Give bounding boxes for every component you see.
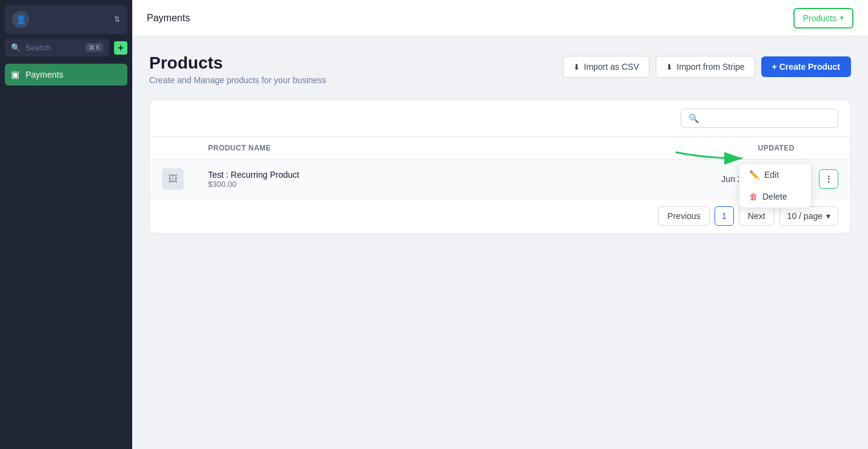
- products-dropdown[interactable]: Products ▾: [793, 8, 853, 29]
- create-product-label: + Create Product: [772, 62, 840, 72]
- topbar-right: Products ▾: [793, 8, 853, 29]
- products-table: Product Name Updated 🖼: [150, 137, 850, 198]
- product-img-cell: 🖼: [150, 160, 196, 199]
- search-label: Search: [25, 43, 81, 52]
- main-content: Payments Products ▾ Products Create and …: [132, 0, 868, 449]
- products-dropdown-label: Products: [803, 13, 836, 23]
- delete-label: Delete: [762, 192, 787, 201]
- page-actions: ⬇ Import as CSV ⬇ Import from Stripe + C…: [563, 56, 852, 78]
- search-kbd: ⌘ K: [86, 43, 103, 52]
- sidebar-item-label: Payments: [25, 70, 63, 79]
- import-csv-button[interactable]: ⬇ Import as CSV: [563, 56, 650, 78]
- sidebar: 👤 ⇅ 🔍 Search ⌘ K + ▣ Payments: [0, 0, 132, 449]
- create-product-button[interactable]: + Create Product: [761, 56, 851, 77]
- previous-button[interactable]: Previous: [658, 206, 709, 226]
- search-icon: 🔍: [11, 43, 21, 52]
- col-header-actions: [807, 137, 850, 160]
- next-button[interactable]: Next: [739, 206, 775, 226]
- table-head: Product Name Updated: [150, 137, 850, 160]
- col-header-name: [150, 137, 196, 160]
- table-search-icon: 🔍: [688, 113, 699, 123]
- import-stripe-label: Import from Stripe: [677, 62, 745, 72]
- ellipsis-icon: ⋮: [824, 174, 833, 184]
- product-name-cell: Test : Recurring Product $300.00: [196, 160, 527, 199]
- row-action-button[interactable]: ⋮: [819, 169, 838, 189]
- context-menu-edit[interactable]: ✏️ Edit: [739, 164, 811, 186]
- page-subtitle: Create and Manage products for your busi…: [149, 75, 326, 85]
- add-button[interactable]: +: [114, 41, 127, 55]
- user-icon: 👤: [16, 15, 26, 24]
- topbar: Payments Products ▾: [132, 0, 868, 36]
- topbar-title: Payments: [147, 13, 190, 24]
- product-name: Test : Recurring Product: [208, 170, 299, 180]
- current-page[interactable]: 1: [715, 206, 734, 226]
- page-header: Products Create and Manage products for …: [149, 53, 851, 85]
- user-chevron-icon: ⇅: [114, 15, 120, 24]
- page-title: Products: [149, 53, 326, 73]
- table-search-wrap[interactable]: 🔍: [681, 109, 838, 128]
- import-stripe-button[interactable]: ⬇ Import from Stripe: [656, 56, 755, 78]
- table-row: 🖼 Test : Recurring Product $300.00: [150, 160, 850, 199]
- user-info: 👤: [12, 11, 29, 28]
- context-menu-delete[interactable]: 🗑 Delete: [739, 186, 811, 208]
- context-menu: ✏️ Edit 🗑 Delete: [739, 163, 812, 208]
- products-table-card: 🔍 Product Name Updated: [149, 100, 851, 234]
- table-search-input[interactable]: [704, 113, 830, 123]
- download-stripe-icon: ⬇: [666, 62, 673, 72]
- download-icon: ⬇: [573, 62, 580, 72]
- action-cell: ⋮ ✏️ Edit 🗑: [807, 160, 850, 199]
- user-avatar: 👤: [12, 11, 29, 28]
- page-content: Products Create and Manage products for …: [132, 36, 868, 449]
- search-input-area[interactable]: 🔍 Search ⌘ K: [5, 39, 109, 56]
- per-page-selector[interactable]: 10 / page ▾: [779, 206, 838, 226]
- sidebar-item-payments[interactable]: ▣ Payments: [5, 64, 127, 86]
- per-page-chevron-icon: ▾: [826, 211, 830, 221]
- page-header-left: Products Create and Manage products for …: [149, 53, 326, 85]
- col-header-updated: Updated: [527, 137, 807, 160]
- image-icon: 🖼: [168, 174, 178, 184]
- per-page-label: 10 / page: [787, 211, 823, 221]
- product-cell: Test : Recurring Product $300.00: [208, 170, 515, 189]
- sidebar-nav: ▣ Payments: [0, 61, 132, 449]
- products-chevron-icon: ▾: [840, 14, 844, 22]
- col-header-product: Product Name: [196, 137, 527, 160]
- product-image: 🖼: [162, 168, 184, 190]
- user-menu[interactable]: 👤 ⇅: [5, 5, 127, 34]
- edit-icon: ✏️: [749, 170, 759, 180]
- import-csv-label: Import as CSV: [584, 62, 639, 72]
- edit-label: Edit: [764, 170, 779, 180]
- payments-icon: ▣: [11, 69, 19, 80]
- table-toolbar: 🔍: [150, 100, 850, 137]
- product-info: Test : Recurring Product $300.00: [208, 170, 299, 189]
- table-body: 🖼 Test : Recurring Product $300.00: [150, 160, 850, 199]
- product-price: $300.00: [208, 180, 299, 189]
- table-header-row: Product Name Updated: [150, 137, 850, 160]
- trash-icon: 🗑: [749, 192, 758, 201]
